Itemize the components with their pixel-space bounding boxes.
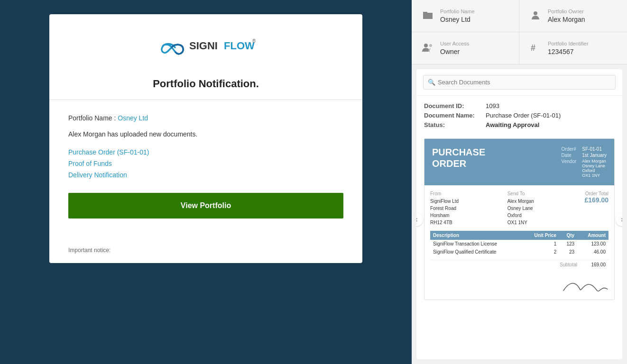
row1-unit: 1 <box>523 240 560 248</box>
purchase-order-preview: PURCHASE ORDER Order# SF-01-01 Date 1st … <box>424 138 615 300</box>
nav-arrow-left[interactable]: ‹ <box>416 213 423 226</box>
important-notice: Important notice: <box>49 242 362 263</box>
portfolio-info-grid: Portfolio Name Osney Ltd Portfolio Owner… <box>412 0 627 64</box>
po-subtotal-row: Subtotal 169.00 <box>430 260 609 269</box>
po-from-title: From <box>430 191 498 196</box>
portfolio-name-label: Portfolio Name <box>440 9 475 14</box>
email-body: Portfolio Name : Osney Ltd Alex Morgan h… <box>49 100 362 242</box>
portfolio-name-value: Osney Ltd <box>440 16 475 23</box>
po-col-qty: Qty <box>559 231 577 240</box>
po-table: Description Unit Price Qty Amount SigniF… <box>430 231 609 256</box>
upload-message: Alex Morgan has uploaded new documents. <box>68 130 343 138</box>
po-signature <box>424 275 614 300</box>
user-access-info: User Access Owner <box>440 41 469 55</box>
search-bar-row: 🔍 <box>416 69 622 96</box>
doc-id-value: 1093 <box>486 102 499 109</box>
po-addresses: From SigniFlow Ltd Forest Road Horsham R… <box>430 191 609 226</box>
user-access-value: Owner <box>440 48 469 55</box>
doc-id-label: Document ID: <box>424 102 486 109</box>
signiflow-logo: SIGNI FLOW ® <box>154 33 258 62</box>
portfolio-id-info: Portfolio Identifier 1234567 <box>548 41 589 55</box>
po-subtotal-value: 169.00 <box>587 262 606 267</box>
doc-name-label: Document Name: <box>424 112 486 119</box>
po-from-block: From SigniFlow Ltd Forest Road Horsham R… <box>430 191 498 226</box>
search-wrapper: 🔍 <box>423 75 616 90</box>
user-access-icon <box>421 41 434 54</box>
doc-status-label: Status: <box>424 121 486 128</box>
hash-icon: # <box>529 41 542 54</box>
row1-amount: 123.00 <box>577 240 609 248</box>
row2-qty: 23 <box>559 248 577 256</box>
portfolio-name-line: Portfolio Name : Osney Ltd <box>68 114 343 122</box>
po-total-block: Order Total £169.00 <box>584 191 609 226</box>
nav-arrow-right[interactable]: › <box>616 213 622 226</box>
email-header: SIGNI FLOW ® Portfolio Notification. <box>49 14 362 100</box>
important-notice-label: Important notice: <box>68 247 111 254</box>
po-sendto-block: Send To Alex Morgan Osney Lane Oxford OX… <box>507 191 575 226</box>
svg-point-3 <box>534 11 537 15</box>
doc-link-delivery-notification[interactable]: Delivery Notification <box>68 171 343 179</box>
doc-meta: Document ID: 1093 Document Name: Purchas… <box>416 96 622 135</box>
email-title: Portfolio Notification. <box>153 78 259 90</box>
table-row: SigniFlow Qualified Certificate 2 23 46.… <box>430 248 609 256</box>
po-signature-text <box>561 279 609 298</box>
po-from-text: SigniFlow Ltd Forest Road Horsham RH12 4… <box>430 198 498 226</box>
search-input[interactable] <box>423 75 616 90</box>
portfolio-id-cell: # Portfolio Identifier 1234567 <box>519 32 627 64</box>
view-portfolio-button[interactable]: View Portfolio <box>68 193 343 218</box>
svg-point-4 <box>424 44 428 47</box>
po-col-description: Description <box>430 231 523 240</box>
po-title: PURCHASE ORDER <box>432 146 485 169</box>
row2-desc: SigniFlow Qualified Certificate <box>430 248 523 256</box>
po-order-num-value: SF-01-01 <box>582 146 607 152</box>
po-vendor-value: Alex Morgan Osney Lane Oxford OX1 1NY <box>582 159 607 178</box>
po-header: PURCHASE ORDER Order# SF-01-01 Date 1st … <box>424 139 614 185</box>
user-access-label: User Access <box>440 41 469 46</box>
doc-preview-panel: 🔍 Document ID: 1093 Document Name: Purch… <box>416 69 622 359</box>
search-icon: 🔍 <box>428 79 435 86</box>
po-order-num-label: Order# <box>562 146 577 152</box>
doc-id-row: Document ID: 1093 <box>424 102 615 109</box>
doc-name-row: Document Name: Purchase Order (SF-01-01) <box>424 112 615 119</box>
portfolio-owner-label: Portfolio Owner <box>548 9 585 14</box>
person-icon <box>529 9 542 22</box>
doc-preview-wrapper: ‹ PURCHASE ORDER Order# SF-01-01 Date 1s… <box>416 138 622 300</box>
svg-point-5 <box>429 44 432 47</box>
svg-text:FLOW: FLOW <box>224 40 255 52</box>
svg-text:#: # <box>531 43 535 52</box>
svg-text:®: ® <box>252 38 256 44</box>
row2-unit: 2 <box>523 248 560 256</box>
doc-name-value: Purchase Order (SF-01-01) <box>486 112 561 119</box>
po-col-unit-price: Unit Price <box>523 231 560 240</box>
po-col-amount: Amount <box>577 231 609 240</box>
row1-qty: 123 <box>559 240 577 248</box>
po-sendto-title: Send To <box>507 191 575 196</box>
po-subtotal-label: Subtotal <box>560 262 577 267</box>
left-panel: SIGNI FLOW ® Portfolio Notification. Por… <box>0 0 412 364</box>
portfolio-name-cell: Portfolio Name Osney Ltd <box>412 0 519 32</box>
portfolio-id-label: Portfolio Identifier <box>548 41 589 46</box>
logo-container: SIGNI FLOW ® <box>154 33 258 64</box>
row1-desc: SigniFlow Transaction License <box>430 240 523 248</box>
doc-link-proof-of-funds[interactable]: Proof of Funds <box>68 160 343 167</box>
po-total-label: Order Total <box>584 191 609 196</box>
po-vendor-label: Vendor <box>562 159 577 178</box>
doc-status-row: Status: Awaiting Approval <box>424 121 615 128</box>
doc-links: Purchase Order (SF-01-01) Proof of Funds… <box>68 148 343 179</box>
portfolio-id-value: 1234567 <box>548 48 589 55</box>
right-panel: Portfolio Name Osney Ltd Portfolio Owner… <box>412 0 627 364</box>
po-date-value: 1st January <box>582 153 607 158</box>
po-body: From SigniFlow Ltd Forest Road Horsham R… <box>424 185 614 275</box>
portfolio-name-link[interactable]: Osney Ltd <box>118 114 148 122</box>
portfolio-owner-info: Portfolio Owner Alex Morgan <box>548 9 585 23</box>
portfolio-name-prefix: Portfolio Name : <box>68 114 118 122</box>
po-date-label: Date <box>562 153 577 158</box>
user-access-cell: User Access Owner <box>412 32 519 64</box>
portfolio-name-info: Portfolio Name Osney Ltd <box>440 9 475 23</box>
doc-link-purchase-order[interactable]: Purchase Order (SF-01-01) <box>68 148 343 156</box>
doc-status-value: Awaiting Approval <box>486 121 539 128</box>
po-total-value: £169.00 <box>584 196 609 204</box>
email-card: SIGNI FLOW ® Portfolio Notification. Por… <box>49 14 362 263</box>
portfolio-owner-cell: Portfolio Owner Alex Morgan <box>519 0 627 32</box>
portfolio-owner-value: Alex Morgan <box>548 16 585 23</box>
